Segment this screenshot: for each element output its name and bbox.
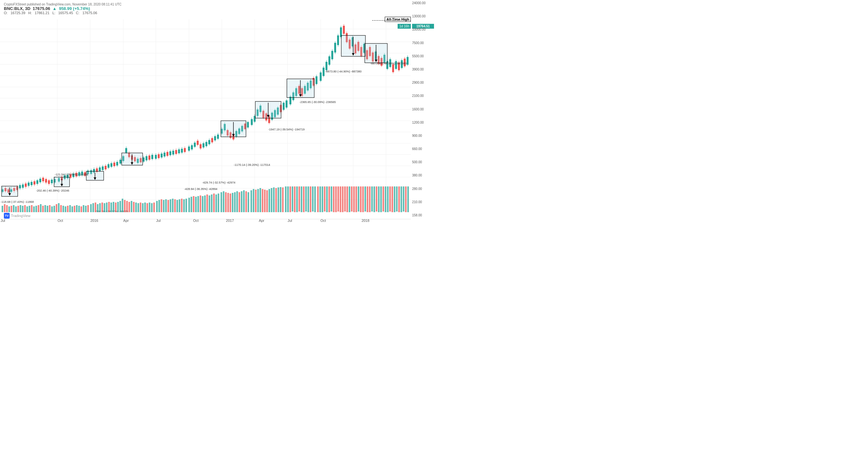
svg-rect-391	[113, 202, 114, 212]
price-change: 958.99 (+5.74%)	[59, 6, 90, 11]
svg-rect-379	[85, 206, 87, 212]
svg-rect-390	[111, 203, 112, 212]
svg-rect-369	[62, 206, 64, 212]
svg-rect-365	[54, 206, 55, 212]
svg-rect-456	[262, 189, 264, 212]
svg-rect-503	[369, 186, 371, 212]
chart-container: CryptoFXStreet published on TradingView.…	[0, 0, 434, 232]
svg-rect-421	[181, 199, 183, 212]
svg-rect-151	[181, 149, 183, 153]
svg-rect-107	[116, 162, 118, 165]
svg-rect-453	[255, 190, 257, 212]
svg-rect-382	[92, 203, 94, 212]
svg-rect-392	[115, 203, 117, 212]
svg-rect-161	[197, 141, 199, 145]
low-label: L:	[53, 11, 55, 15]
svg-text:-429.74 (-32.57%) -42974: -429.74 (-32.57%) -42974	[202, 181, 235, 184]
attribution-text: CryptoFXStreet published on TradingView.…	[4, 3, 122, 6]
svg-rect-51	[33, 181, 35, 184]
svg-rect-103	[111, 163, 112, 167]
svg-rect-517	[401, 186, 402, 212]
svg-rect-442	[229, 193, 231, 212]
svg-rect-434	[211, 194, 213, 212]
symbol-price: BNC:BLX, 3D 17675.06 ▲ 958.99 (+5.74%)	[4, 6, 122, 11]
svg-rect-376	[78, 206, 80, 212]
svg-rect-347	[13, 205, 14, 212]
svg-rect-441	[227, 193, 229, 212]
svg-rect-438	[221, 192, 222, 212]
svg-rect-351	[22, 206, 24, 212]
svg-rect-469	[292, 186, 293, 212]
svg-rect-348	[15, 206, 17, 212]
svg-rect-427	[195, 197, 197, 212]
svg-rect-223	[289, 97, 291, 104]
svg-rect-447	[241, 191, 242, 212]
svg-rect-462	[275, 188, 277, 212]
svg-rect-414	[165, 199, 167, 212]
price-level-1600: 1600.00	[412, 108, 433, 111]
svg-rect-463	[278, 187, 279, 212]
svg-rect-349	[18, 206, 19, 212]
price-level-280: 280.00	[412, 187, 433, 191]
svg-rect-165	[203, 143, 205, 148]
svg-rect-343	[4, 204, 5, 212]
svg-rect-241	[315, 76, 317, 84]
svg-rect-514	[394, 186, 395, 212]
svg-rect-364	[51, 206, 53, 212]
svg-rect-157	[191, 145, 193, 149]
svg-text:-121.54 (-25.55%) -12154: -121.54 (-25.55%) -12154	[55, 173, 88, 176]
svg-rect-430	[202, 196, 204, 212]
svg-text:-1170.14 (-39.20%) -117014: -1170.14 (-39.20%) -117014	[234, 163, 270, 166]
svg-rect-448	[243, 190, 245, 212]
svg-rect-475	[305, 186, 307, 212]
svg-rect-358	[38, 205, 39, 212]
price-level-5500: 5500.00	[412, 55, 433, 58]
svg-rect-97	[102, 166, 104, 170]
svg-rect-63	[51, 180, 53, 183]
svg-rect-361	[44, 205, 46, 212]
price-level-7500: 7500.00	[412, 41, 433, 45]
svg-rect-127	[146, 156, 148, 160]
svg-rect-378	[83, 205, 84, 212]
svg-rect-454	[257, 189, 259, 212]
svg-rect-499	[360, 186, 362, 212]
svg-rect-432	[206, 194, 208, 212]
svg-rect-510	[385, 186, 386, 212]
price-level-10000: 10000.00	[412, 28, 433, 31]
svg-rect-143	[169, 151, 171, 155]
svg-rect-484	[326, 186, 328, 212]
svg-rect-153	[184, 148, 186, 152]
svg-rect-435	[213, 193, 215, 212]
svg-rect-459	[269, 189, 270, 212]
svg-rect-169	[208, 140, 210, 144]
svg-rect-440	[225, 192, 227, 212]
svg-rect-482	[322, 186, 323, 212]
svg-rect-417	[172, 199, 174, 212]
svg-rect-381	[90, 204, 92, 212]
svg-rect-352	[24, 205, 26, 212]
svg-rect-53	[36, 180, 38, 184]
svg-rect-359	[40, 204, 41, 212]
svg-rect-394	[119, 201, 121, 212]
svg-rect-368	[60, 205, 62, 212]
svg-rect-478	[312, 186, 314, 212]
svg-rect-255	[337, 35, 339, 45]
svg-rect-362	[47, 206, 48, 212]
svg-rect-412	[161, 199, 162, 212]
svg-rect-515	[396, 186, 398, 212]
price-arrow: ▲	[53, 6, 57, 11]
svg-rect-371	[67, 206, 69, 212]
symbol: BNC:BLX, 3D	[4, 6, 30, 11]
ohlc-row: O: 16725.39 H: 17861.21 L: 16575.45 C: 1…	[4, 11, 122, 15]
price-level-380: 380.00	[412, 174, 433, 177]
price-level-24000: 24000.00	[412, 2, 433, 5]
svg-rect-129	[148, 156, 150, 160]
svg-rect-450	[248, 192, 249, 212]
candles-oct2016	[155, 147, 186, 160]
svg-rect-159	[194, 143, 196, 147]
svg-rect-500	[362, 186, 364, 212]
svg-rect-444	[234, 192, 236, 212]
price-axis: 24000.00 13000.00 10000.00 7500.00 5500.…	[411, 0, 434, 219]
svg-rect-457	[264, 190, 266, 212]
svg-rect-512	[389, 186, 391, 212]
